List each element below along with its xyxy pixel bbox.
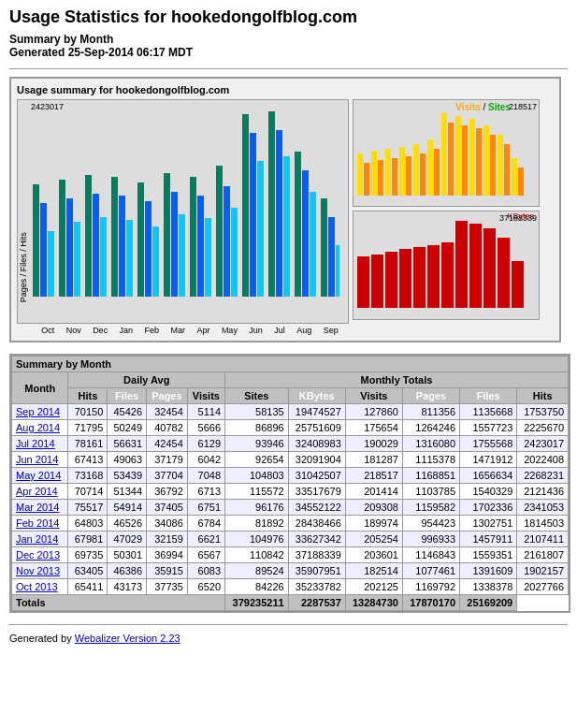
cell-sites: 96176 bbox=[225, 500, 289, 516]
cell-files: 43173 bbox=[108, 579, 147, 595]
svg-rect-62 bbox=[385, 252, 397, 308]
cell-visits_m: 201414 bbox=[345, 484, 402, 500]
svg-rect-58 bbox=[512, 158, 517, 196]
chart-left-panel: Pages / Files / Hits 2423017 bbox=[17, 99, 349, 335]
cell-files: 51344 bbox=[108, 484, 147, 500]
cell-month: Jan 2014 bbox=[12, 531, 68, 547]
svg-rect-27 bbox=[268, 111, 275, 297]
cell-files: 50301 bbox=[108, 547, 147, 563]
svg-rect-12 bbox=[137, 182, 144, 297]
divider-bottom bbox=[9, 624, 568, 625]
cell-sites: 89524 bbox=[225, 563, 289, 579]
month-link[interactable]: Dec 2013 bbox=[16, 549, 60, 561]
svg-rect-20 bbox=[205, 218, 211, 297]
svg-rect-25 bbox=[250, 133, 256, 297]
col-files: Files bbox=[108, 388, 147, 404]
cell-hits: 64803 bbox=[68, 516, 108, 531]
month-link[interactable]: Apr 2014 bbox=[16, 486, 58, 497]
col-pages-m: Pages bbox=[402, 388, 459, 404]
col-group-daily: Daily Avg bbox=[68, 372, 225, 388]
cell-month: Sep 2014 bbox=[12, 404, 68, 420]
month-link[interactable]: Nov 2013 bbox=[16, 565, 60, 576]
month-link[interactable]: Jan 2014 bbox=[16, 533, 58, 545]
svg-rect-8 bbox=[100, 217, 107, 297]
month-link[interactable]: May 2014 bbox=[16, 470, 61, 481]
month-link[interactable]: Jul 2014 bbox=[16, 438, 55, 449]
cell-month: Jul 2014 bbox=[12, 436, 68, 452]
cell-hits_m: 1814503 bbox=[517, 516, 569, 531]
cell-pages_m: 1115378 bbox=[402, 452, 459, 468]
cell-hits: 75517 bbox=[68, 500, 108, 516]
svg-rect-43 bbox=[406, 156, 411, 196]
cell-files: 56631 bbox=[108, 436, 147, 452]
cell-hits_m: 2341053 bbox=[517, 500, 569, 516]
svg-rect-15 bbox=[164, 173, 170, 297]
cell-visits_m: 175654 bbox=[345, 420, 402, 436]
month-link[interactable]: Sep 2014 bbox=[16, 406, 60, 417]
table-row: Nov 201363405463863591560838952435907951… bbox=[12, 563, 569, 579]
cell-files: 50249 bbox=[108, 420, 147, 436]
col-group-monthly: Monthly Totals bbox=[225, 372, 569, 388]
chart-x-labels: Oct Nov Dec Jan Feb Mar Apr May Jun Jul … bbox=[17, 326, 349, 335]
cell-files_m: 1302751 bbox=[460, 516, 517, 531]
month-link[interactable]: Oct 2013 bbox=[16, 581, 58, 592]
cell-kbytes: 37188339 bbox=[288, 547, 345, 563]
cell-pages_m: 1146843 bbox=[402, 547, 459, 563]
cell-kbytes: 35907951 bbox=[288, 563, 345, 579]
svg-rect-70 bbox=[498, 238, 510, 308]
col-kbytes: KBytes bbox=[288, 388, 345, 404]
cell-sites: 115572 bbox=[225, 484, 289, 500]
month-link[interactable]: Mar 2014 bbox=[16, 502, 59, 513]
svg-rect-51 bbox=[462, 125, 468, 196]
chart-svg-left bbox=[31, 109, 339, 306]
cell-visits: 5666 bbox=[187, 420, 224, 436]
cell-hits_m: 1753750 bbox=[517, 404, 569, 420]
cell-visits: 6621 bbox=[187, 531, 224, 547]
cell-files_m: 1656634 bbox=[460, 468, 517, 484]
cell-month: Oct 2013 bbox=[12, 579, 68, 595]
col-files-m: Files bbox=[460, 388, 517, 404]
table-row: Apr 201470714513443679267131155723351767… bbox=[12, 484, 569, 500]
cell-visits_m: 127860 bbox=[345, 404, 402, 420]
cell-sites: 81892 bbox=[225, 516, 289, 531]
totals-kbytes: 379235211 bbox=[225, 595, 289, 611]
summary-label: Summary by Month bbox=[9, 33, 568, 46]
cell-pages: 32454 bbox=[147, 404, 188, 420]
divider-top bbox=[9, 68, 568, 69]
cell-files_m: 1338378 bbox=[460, 579, 517, 595]
cell-month: Mar 2014 bbox=[12, 500, 68, 516]
svg-rect-2 bbox=[48, 231, 54, 297]
svg-rect-35 bbox=[336, 245, 339, 297]
cell-kbytes: 32408983 bbox=[288, 436, 345, 452]
month-link[interactable]: Aug 2014 bbox=[16, 422, 60, 433]
cell-kbytes: 25751609 bbox=[288, 420, 345, 436]
chart-left: Pages / Files / Hits 2423017 bbox=[17, 99, 349, 324]
cell-hits: 69735 bbox=[68, 547, 108, 563]
svg-rect-7 bbox=[93, 194, 99, 297]
cell-hits: 67413 bbox=[68, 452, 108, 468]
month-link[interactable]: Feb 2014 bbox=[16, 517, 59, 529]
cell-month: Apr 2014 bbox=[12, 484, 68, 500]
cell-visits_m: 205254 bbox=[345, 531, 402, 547]
svg-rect-24 bbox=[242, 114, 249, 297]
svg-rect-14 bbox=[152, 226, 159, 297]
month-link[interactable]: Jun 2014 bbox=[16, 454, 58, 465]
cell-month: Nov 2013 bbox=[12, 563, 68, 579]
cell-kbytes: 19474527 bbox=[288, 404, 345, 420]
svg-rect-69 bbox=[483, 228, 496, 308]
summary-info: Summary by Month Generated 25-Sep-2014 0… bbox=[9, 33, 568, 59]
cell-visits: 6520 bbox=[187, 579, 224, 595]
svg-rect-64 bbox=[413, 247, 426, 308]
footer-link[interactable]: Webalizer Version 2.23 bbox=[75, 633, 180, 644]
totals-row: Totals3792352112287537132847301787017025… bbox=[12, 595, 569, 611]
svg-rect-49 bbox=[448, 123, 454, 196]
svg-rect-5 bbox=[74, 222, 80, 297]
cell-hits: 67981 bbox=[68, 531, 108, 547]
table-row: Feb 201464803465263408667848189228438466… bbox=[12, 516, 569, 531]
table-body: Sep 201470150454263245451145813519474527… bbox=[12, 404, 569, 611]
totals-pages_m: 13284730 bbox=[345, 595, 402, 611]
table-row: Aug 201471795502494078256668689625751609… bbox=[12, 420, 569, 436]
cell-sites: 86896 bbox=[225, 420, 289, 436]
cell-pages_m: 1103785 bbox=[402, 484, 459, 500]
cell-kbytes: 28438466 bbox=[288, 516, 345, 531]
